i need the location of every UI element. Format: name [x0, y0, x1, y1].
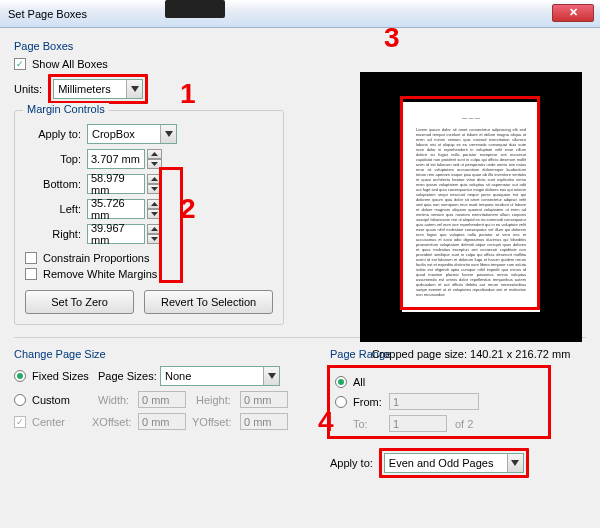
chevron-down-icon [263, 367, 279, 385]
page-range-apply-to-value: Even and Odd Pages [389, 457, 494, 469]
center-checkbox: ✓ [14, 416, 26, 428]
window-title: Set Page Boxes [8, 8, 87, 20]
apply-to-combo[interactable]: CropBox [87, 124, 177, 144]
chevron-down-icon [160, 125, 176, 143]
units-highlight: Millimeters [48, 74, 148, 104]
margin-bottom-input[interactable]: 58.979 mm [87, 174, 145, 194]
preview-frame: — — — Lorem ipsum dolor sit amet consect… [360, 72, 582, 342]
margin-left-value: 35.726 mm [91, 197, 141, 221]
chevron-down-icon [126, 80, 142, 98]
margin-top-input[interactable]: 3.707 mm [87, 149, 145, 169]
callout-1: 1 [180, 78, 196, 110]
constrain-proportions-label: Constrain Proportions [43, 252, 149, 264]
page-boxes-title: Page Boxes [14, 40, 586, 52]
margin-top-label: Top: [25, 153, 81, 165]
width-input[interactable]: 0 mm [138, 391, 186, 408]
page-range-group: Page Range All From: 1 To: 1 of 2 Apply … [330, 346, 586, 483]
margin-bottom-value: 58.979 mm [91, 172, 141, 196]
preview-cropbox-outline [400, 96, 540, 310]
apply-to-value: CropBox [92, 128, 135, 140]
yoffset-value: 0 mm [244, 416, 272, 428]
set-to-zero-button[interactable]: Set To Zero [25, 290, 134, 314]
yoffset-input: 0 mm [240, 413, 288, 430]
page-range-highlight [327, 365, 551, 439]
margin-controls-group: Margin Controls Apply to: CropBox Top: 3… [14, 110, 284, 325]
margin-right-value: 39.967 mm [91, 222, 141, 246]
height-value: 0 mm [244, 394, 272, 406]
margin-bottom-label: Bottom: [25, 178, 81, 190]
remove-white-margins-checkbox[interactable] [25, 268, 37, 280]
center-label: Center [32, 416, 92, 428]
margin-controls-legend: Margin Controls [23, 103, 109, 115]
chevron-down-icon [507, 454, 523, 472]
units-label: Units: [14, 83, 42, 95]
apply-to-label: Apply to: [25, 128, 81, 140]
fixed-sizes-radio[interactable] [14, 370, 26, 382]
preview-caption: Cropped page size: 140.21 x 216.72 mm [360, 348, 582, 360]
page-sizes-value: None [165, 370, 191, 382]
titlebar-decoration [165, 0, 225, 18]
yoffset-label: YOffset: [192, 416, 240, 428]
xoffset-value: 0 mm [142, 416, 170, 428]
close-button[interactable]: ✕ [552, 4, 594, 22]
constrain-proportions-checkbox[interactable] [25, 252, 37, 264]
title-bar: Set Page Boxes ✕ [0, 0, 600, 28]
spinner-highlight [159, 167, 183, 283]
height-label: Height: [196, 394, 240, 406]
margin-top-spinner[interactable] [147, 149, 162, 169]
custom-radio[interactable] [14, 394, 26, 406]
page-preview: — — — Lorem ipsum dolor sit amet consect… [360, 72, 582, 360]
height-input[interactable]: 0 mm [240, 391, 288, 408]
margin-left-label: Left: [25, 203, 81, 215]
margin-left-input[interactable]: 35.726 mm [87, 199, 145, 219]
margin-right-input[interactable]: 39.967 mm [87, 224, 145, 244]
show-all-boxes-label: Show All Boxes [32, 58, 108, 70]
callout-3: 3 [384, 22, 400, 54]
margin-top-value: 3.707 mm [91, 153, 140, 165]
width-value: 0 mm [142, 394, 170, 406]
change-page-size-title: Change Page Size [14, 348, 306, 360]
page-sizes-label: Page Sizes: [98, 370, 160, 382]
change-page-size-group: Change Page Size Fixed Sizes Page Sizes:… [14, 346, 306, 483]
width-label: Width: [98, 394, 138, 406]
units-value: Millimeters [58, 83, 111, 95]
page-sizes-combo[interactable]: None [160, 366, 280, 386]
page-range-apply-to-label: Apply to: [330, 457, 373, 469]
page-range-apply-highlight: Even and Odd Pages [379, 448, 529, 478]
units-combo[interactable]: Millimeters [53, 79, 143, 99]
revert-label: Revert To Selection [161, 296, 256, 308]
xoffset-label: XOffset: [92, 416, 138, 428]
set-to-zero-label: Set To Zero [51, 296, 108, 308]
close-icon: ✕ [569, 6, 578, 18]
margin-right-label: Right: [25, 228, 81, 240]
show-all-boxes-checkbox[interactable]: ✓ [14, 58, 26, 70]
fixed-sizes-label: Fixed Sizes [32, 370, 98, 382]
remove-white-margins-label: Remove White Margins [43, 268, 157, 280]
page-range-apply-to-combo[interactable]: Even and Odd Pages [384, 453, 524, 473]
custom-label: Custom [32, 394, 98, 406]
xoffset-input: 0 mm [138, 413, 186, 430]
revert-to-selection-button[interactable]: Revert To Selection [144, 290, 273, 314]
